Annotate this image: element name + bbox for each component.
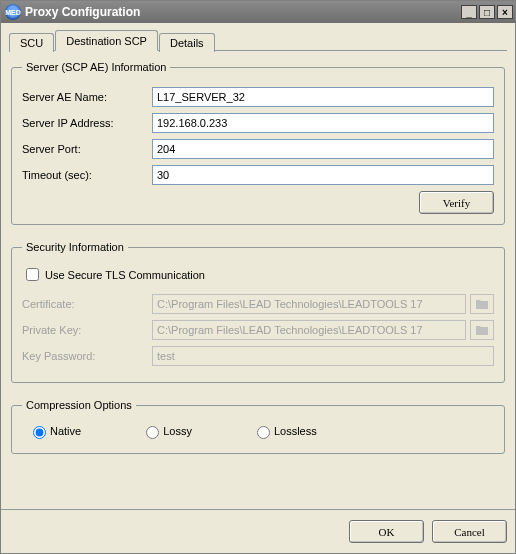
verify-button[interactable]: Verify xyxy=(419,191,494,214)
ae-name-input[interactable] xyxy=(152,87,494,107)
private-key-input xyxy=(152,320,466,340)
tab-destination-scp[interactable]: Destination SCP xyxy=(55,30,158,51)
tab-scu[interactable]: SCU xyxy=(9,33,54,52)
folder-icon xyxy=(475,298,489,310)
server-info-legend: Server (SCP AE) Information xyxy=(22,61,170,73)
timeout-label: Timeout (sec): xyxy=(22,169,152,181)
app-icon: MED xyxy=(5,4,21,20)
certificate-browse-button xyxy=(470,294,494,314)
private-key-label: Private Key: xyxy=(22,324,152,336)
key-password-input xyxy=(152,346,494,366)
lossless-radio-label[interactable]: Lossless xyxy=(252,423,317,439)
lossless-radio[interactable] xyxy=(257,426,270,439)
security-info-legend: Security Information xyxy=(22,241,128,253)
certificate-input xyxy=(152,294,466,314)
tls-checkbox[interactable] xyxy=(26,268,39,281)
content-area: SCU Destination SCP Details Server (SCP … xyxy=(1,23,515,509)
titlebar: MED Proxy Configuration _ □ × xyxy=(1,1,515,23)
minimize-button[interactable]: _ xyxy=(461,5,477,19)
close-button[interactable]: × xyxy=(497,5,513,19)
port-input[interactable] xyxy=(152,139,494,159)
key-password-label: Key Password: xyxy=(22,350,152,362)
ip-input[interactable] xyxy=(152,113,494,133)
security-info-group: Security Information Use Secure TLS Comm… xyxy=(11,241,505,383)
lossy-radio[interactable] xyxy=(146,426,159,439)
tab-details[interactable]: Details xyxy=(159,33,215,52)
lossy-radio-label[interactable]: Lossy xyxy=(141,423,192,439)
window: MED Proxy Configuration _ □ × SCU Destin… xyxy=(0,0,516,554)
private-key-browse-button xyxy=(470,320,494,340)
native-radio[interactable] xyxy=(33,426,46,439)
ok-button[interactable]: OK xyxy=(349,520,424,543)
compression-options-group: Compression Options Native Lossy Lossles… xyxy=(11,399,505,454)
certificate-label: Certificate: xyxy=(22,298,152,310)
tab-strip: SCU Destination SCP Details xyxy=(9,29,507,51)
ip-label: Server IP Address: xyxy=(22,117,152,129)
tls-label: Use Secure TLS Communication xyxy=(45,269,205,281)
timeout-input[interactable] xyxy=(152,165,494,185)
folder-icon xyxy=(475,324,489,336)
server-info-group: Server (SCP AE) Information Server AE Na… xyxy=(11,61,505,225)
button-bar: OK Cancel xyxy=(1,509,515,553)
window-title: Proxy Configuration xyxy=(25,5,140,19)
port-label: Server Port: xyxy=(22,143,152,155)
ae-name-label: Server AE Name: xyxy=(22,91,152,103)
native-radio-label[interactable]: Native xyxy=(28,423,81,439)
cancel-button[interactable]: Cancel xyxy=(432,520,507,543)
compression-legend: Compression Options xyxy=(22,399,136,411)
maximize-button[interactable]: □ xyxy=(479,5,495,19)
